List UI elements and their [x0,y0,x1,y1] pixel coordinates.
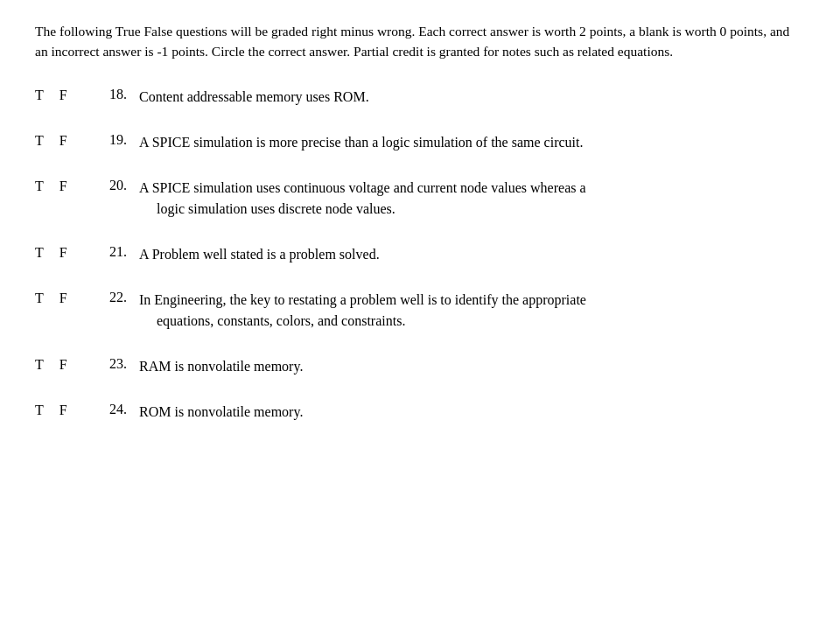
tf-labels: TF [35,402,109,418]
question-number: 23. [109,356,139,372]
false-label: F [60,88,67,103]
question-text: A Problem well stated is a problem solve… [139,244,805,265]
questions-list: TF18. Content addressable memory uses RO… [35,87,805,423]
question-continuation: logic simulation uses discrete node valu… [139,199,805,220]
question-number: 22. [109,290,139,305]
question-number: 20. [109,178,139,193]
question-item: TF18. Content addressable memory uses RO… [35,87,805,108]
tf-labels: TF [35,290,109,306]
question-item: TF24. ROM is nonvolatile memory. [35,402,805,423]
tf-labels: TF [35,178,109,194]
question-item: TF20.A SPICE simulation uses continuous … [35,178,805,220]
true-label: T [35,133,44,149]
question-text: RAM is nonvolatile memory. [139,356,805,377]
question-number: 24. [109,402,139,417]
tf-labels: TF [35,244,109,261]
question-number: 21. [109,244,139,260]
tf-labels: TF [35,132,109,149]
false-label: F [60,357,67,373]
true-label: T [35,178,44,194]
question-number: 18. [109,87,139,102]
true-label: T [35,245,44,261]
false-label: F [60,290,67,306]
question-text: A SPICE simulation uses continuous volta… [139,178,805,220]
question-item: TF22.In Engineering, the key to restatin… [35,290,805,332]
question-item: TF19.A SPICE simulation is more precise … [35,132,805,153]
question-number: 19. [109,132,139,148]
question-item: TF21. A Problem well stated is a problem… [35,244,805,265]
question-text: A SPICE simulation is more precise than … [139,132,805,153]
tf-labels: TF [35,87,109,103]
false-label: F [60,402,67,418]
question-text: In Engineering, the key to restating a p… [139,290,805,332]
intro-paragraph: The following True False questions will … [35,21,805,62]
question-continuation: equations, constants, colors, and constr… [139,311,805,332]
question-text: Content addressable memory uses ROM. [139,87,805,108]
question-item: TF23.RAM is nonvolatile memory. [35,356,805,377]
true-label: T [35,402,44,418]
tf-labels: TF [35,356,109,373]
true-label: T [35,357,44,373]
false-label: F [60,133,67,149]
true-label: T [35,88,44,103]
false-label: F [60,178,67,194]
true-label: T [35,290,44,306]
question-text: ROM is nonvolatile memory. [139,402,805,423]
false-label: F [60,245,67,261]
